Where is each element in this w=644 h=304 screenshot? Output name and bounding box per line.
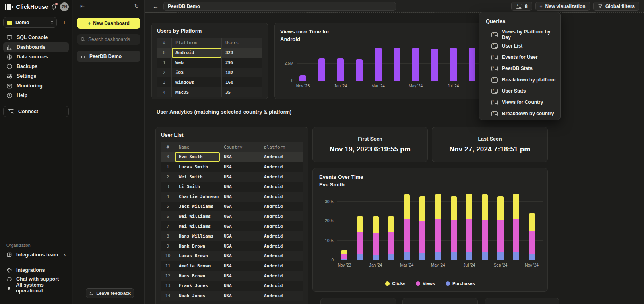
query-menu-item-label: Events for User xyxy=(502,54,538,60)
name-cell[interactable]: Amelia Brown xyxy=(175,261,220,271)
table-row[interactable]: 11 Amelia Brown USA Android xyxy=(161,261,303,271)
legend-item[interactable]: Purchases xyxy=(446,281,475,286)
name-cell[interactable]: Hans Brown xyxy=(175,271,220,281)
col-header[interactable]: # xyxy=(161,142,175,152)
workspace-selector[interactable]: Demo xyxy=(3,17,57,28)
query-menu-item[interactable]: Events for User xyxy=(486,52,560,63)
platform-cell[interactable]: Web xyxy=(171,58,221,68)
workspace-icon xyxy=(7,21,12,25)
sidebar-item-settings[interactable]: Settings xyxy=(3,71,69,81)
platform-cell: Android xyxy=(260,291,303,301)
table-row[interactable]: 9 Hank Brown USA Android xyxy=(161,241,303,251)
name-cell[interactable]: Mei Williams xyxy=(175,221,220,232)
query-menu-item[interactable]: Views for Country xyxy=(486,97,560,108)
organization-team-item[interactable]: Integrations team › xyxy=(3,250,69,260)
platform-cell: Android xyxy=(260,271,303,281)
name-cell[interactable]: Frank Jones xyxy=(175,281,220,291)
table-row[interactable]: 0 Eve Smith USA Android xyxy=(161,152,303,162)
y-tick-label: 100k xyxy=(316,238,334,243)
platform-cell[interactable]: Android xyxy=(171,48,221,58)
dashboard-toolbar: ← 8 + New visualization Global filters xyxy=(145,0,644,12)
table-row[interactable]: 5 Jack Williams USA Android xyxy=(161,202,303,212)
notifications-bell-icon[interactable] xyxy=(51,4,57,10)
platform-cell: Android xyxy=(260,182,303,192)
name-cell[interactable]: Wei Smith xyxy=(175,172,220,182)
sidebar-item-label: Help xyxy=(17,93,27,98)
name-cell[interactable]: Noah Jones xyxy=(175,291,220,301)
platform-cell[interactable]: iOS xyxy=(171,68,221,78)
global-filters-button[interactable]: Global filters xyxy=(593,2,639,11)
name-cell[interactable]: Li Smith xyxy=(175,182,220,192)
name-cell[interactable]: Eve Smith xyxy=(175,152,220,162)
sidebar-item-sql-console[interactable]: SQL Console xyxy=(3,33,69,42)
query-menu-item-label: Views for Country xyxy=(502,99,543,105)
query-menu-item[interactable]: Breakdown by platform xyxy=(486,74,560,85)
queries-count-button[interactable]: 8 xyxy=(511,2,532,11)
col-header[interactable]: platform xyxy=(260,142,303,152)
queries-menu-title: Queries xyxy=(486,18,560,24)
bar xyxy=(356,59,363,81)
row-index: 9 xyxy=(161,241,175,251)
integrations-item[interactable]: Integrations xyxy=(3,266,69,275)
table-row[interactable]: 6 Wei Williams USA Android xyxy=(161,211,303,221)
sidebar-item-monitoring[interactable]: Monitoring xyxy=(3,81,69,91)
platform-cell[interactable]: Windows xyxy=(171,77,221,87)
dashboard-list-item[interactable]: PeerDB Demo xyxy=(77,51,140,62)
new-visualization-button[interactable]: + New visualization xyxy=(535,2,590,11)
country-cell: USA xyxy=(220,251,260,261)
table-row[interactable]: 13 Frank Jones USA Android xyxy=(161,281,303,291)
query-menu-item[interactable]: Views by Platform by Day xyxy=(486,29,560,40)
table-row[interactable]: 12 Hans Brown USA Android xyxy=(161,271,303,281)
table-row[interactable]: 2 Wei Smith USA Android xyxy=(161,172,303,182)
sidebar-item-dashboards[interactable]: Dashboards xyxy=(3,42,69,52)
name-cell[interactable]: Wei Williams xyxy=(175,211,220,221)
name-cell[interactable]: Hans Williams xyxy=(175,231,220,241)
dashboard-search[interactable] xyxy=(77,34,140,45)
query-menu-item[interactable]: PeerDB Stats xyxy=(486,63,560,74)
name-cell[interactable]: Hank Brown xyxy=(175,241,220,251)
dashboard-title-input[interactable] xyxy=(163,2,396,11)
name-cell[interactable]: Lucas Smith xyxy=(175,162,220,172)
platform-cell[interactable]: MacOS xyxy=(171,87,221,97)
avatar[interactable]: ZN xyxy=(60,2,69,11)
name-cell[interactable]: Jack Williams xyxy=(175,202,220,212)
col-header[interactable]: Users xyxy=(221,38,262,48)
add-workspace-button[interactable]: + xyxy=(60,19,69,26)
table-row[interactable]: 0 Android 323 xyxy=(157,48,262,58)
query-menu-item[interactable]: User List xyxy=(486,40,560,52)
back-button[interactable]: ← xyxy=(153,3,159,10)
col-header[interactable]: Name xyxy=(175,142,220,152)
table-row[interactable]: 1 Web 295 xyxy=(157,58,262,68)
table-row[interactable]: 4 Charlie Johnson USA Android xyxy=(161,192,303,202)
col-header[interactable]: # xyxy=(157,38,171,48)
dashboard-search-input[interactable] xyxy=(88,37,137,42)
table-row[interactable]: 14 Noah Jones USA Android xyxy=(161,291,303,301)
sidebar-item-backups[interactable]: Backups xyxy=(3,62,69,71)
leave-feedback-button[interactable]: Leave feedback xyxy=(86,288,134,298)
table-row[interactable]: 1 Lucas Smith USA Android xyxy=(161,162,303,172)
refresh-icon[interactable]: ↻ xyxy=(134,3,139,9)
name-cell[interactable]: Lucas Brown xyxy=(175,251,220,261)
sidebar-item-help[interactable]: Help xyxy=(3,91,69,100)
query-menu-item-label: Views by Platform by Day xyxy=(502,29,560,40)
col-header[interactable]: Country xyxy=(220,142,260,152)
query-menu-item[interactable]: Breakdown by country xyxy=(486,108,560,119)
legend-item[interactable]: Clicks xyxy=(385,281,405,286)
bar-segment xyxy=(435,252,441,260)
table-row[interactable]: 10 Lucas Brown USA Android xyxy=(161,251,303,261)
table-row[interactable]: 2 iOS 182 xyxy=(157,68,262,78)
table-row[interactable]: 8 Hans Williams USA Android xyxy=(161,231,303,241)
col-header[interactable]: Platform xyxy=(171,38,221,48)
system-status-item[interactable]: All systems operational xyxy=(3,283,69,292)
legend-item[interactable]: Views xyxy=(416,281,435,286)
connect-button[interactable]: Connect xyxy=(3,106,69,117)
new-dashboard-button[interactable]: + New Dashboard xyxy=(77,18,140,29)
query-menu-item[interactable]: User Stats xyxy=(486,85,560,97)
collapse-panel-icon[interactable]: ⇤ xyxy=(80,3,85,9)
sidebar-item-data-sources[interactable]: Data sources xyxy=(3,52,69,62)
table-row[interactable]: 3 Li Smith USA Android xyxy=(161,182,303,192)
table-row[interactable]: 7 Mei Williams USA Android xyxy=(161,221,303,232)
name-cell[interactable]: Charlie Johnson xyxy=(175,192,220,202)
table-row[interactable]: 4 MacOS 35 xyxy=(157,87,262,97)
table-row[interactable]: 3 Windows 160 xyxy=(157,77,262,87)
